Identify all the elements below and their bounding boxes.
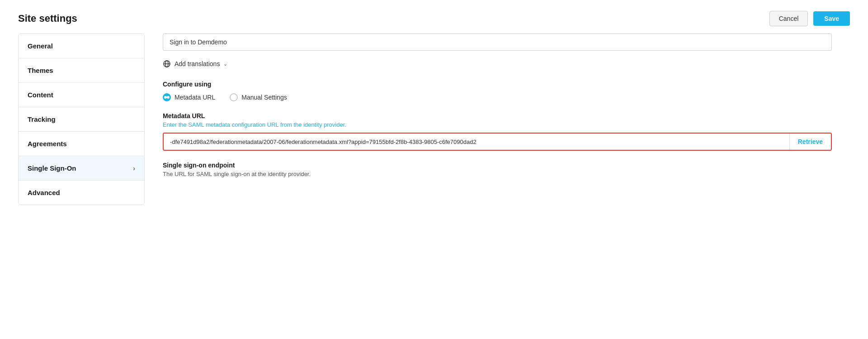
page-container: Site settings Cancel Save GeneralThemesC… [0, 0, 868, 339]
sidebar-item-advanced[interactable]: Advanced [19, 181, 144, 205]
sidebar-item-general[interactable]: General [19, 34, 144, 58]
radio-label-metadata-url: Metadata URL [175, 94, 215, 101]
save-button[interactable]: Save [813, 11, 850, 26]
sidebar-item-label-content: Content [28, 91, 53, 99]
sidebar-item-label-single-sign-on: Single Sign-On [28, 164, 76, 172]
configure-label: Configure using [163, 81, 832, 88]
globe-icon [163, 60, 171, 68]
sign-in-input[interactable] [163, 33, 832, 51]
metadata-url-title: Metadata URL [163, 112, 832, 119]
sidebar-item-themes[interactable]: Themes [19, 58, 144, 83]
radio-group: Metadata URL Manual Settings [163, 93, 832, 101]
sso-endpoint-title: Single sign-on endpoint [163, 162, 832, 169]
metadata-url-description: Enter the SAML metadata configuration UR… [163, 121, 832, 128]
chevron-right-icon: › [133, 165, 135, 172]
chevron-down-icon: ⌄ [223, 61, 227, 67]
retrieve-button[interactable]: Retrieve [790, 134, 831, 150]
content-area: Add translations ⌄ Configure using Metad… [145, 33, 850, 339]
header: Site settings Cancel Save [0, 0, 868, 33]
radio-circle-manual-settings [230, 93, 238, 101]
sidebar-item-label-general: General [28, 42, 53, 50]
sidebar-item-label-tracking: Tracking [28, 115, 56, 123]
add-translations-label: Add translations [175, 60, 220, 67]
page-title: Site settings [18, 13, 77, 24]
header-actions: Cancel Save [769, 11, 850, 26]
sidebar-item-label-advanced: Advanced [28, 189, 60, 196]
sidebar-item-label-agreements: Agreements [28, 140, 67, 148]
sidebar-item-single-sign-on[interactable]: Single Sign-On› [19, 156, 144, 181]
sidebar-item-agreements[interactable]: Agreements [19, 132, 144, 156]
radio-option-manual-settings[interactable]: Manual Settings [230, 93, 287, 101]
sidebar-item-tracking[interactable]: Tracking [19, 107, 144, 132]
add-translations-button[interactable]: Add translations ⌄ [163, 60, 227, 68]
radio-circle-metadata-url [163, 93, 171, 101]
sidebar-item-label-themes: Themes [28, 67, 53, 74]
cancel-button[interactable]: Cancel [769, 11, 808, 26]
sidebar-item-content[interactable]: Content [19, 83, 144, 107]
radio-label-manual-settings: Manual Settings [241, 94, 287, 101]
sso-endpoint-description: The URL for SAML single sign-on at the i… [163, 171, 832, 177]
metadata-input-row: Retrieve [163, 133, 832, 151]
sidebar: GeneralThemesContentTrackingAgreementsSi… [18, 33, 145, 205]
metadata-section: Metadata URL Enter the SAML metadata con… [163, 112, 832, 151]
main-layout: GeneralThemesContentTrackingAgreementsSi… [0, 33, 868, 339]
metadata-url-input[interactable] [164, 134, 790, 150]
sso-endpoint-section: Single sign-on endpoint The URL for SAML… [163, 162, 832, 177]
configure-section: Configure using Metadata URL Manual Sett… [163, 81, 832, 101]
radio-option-metadata-url[interactable]: Metadata URL [163, 93, 215, 101]
